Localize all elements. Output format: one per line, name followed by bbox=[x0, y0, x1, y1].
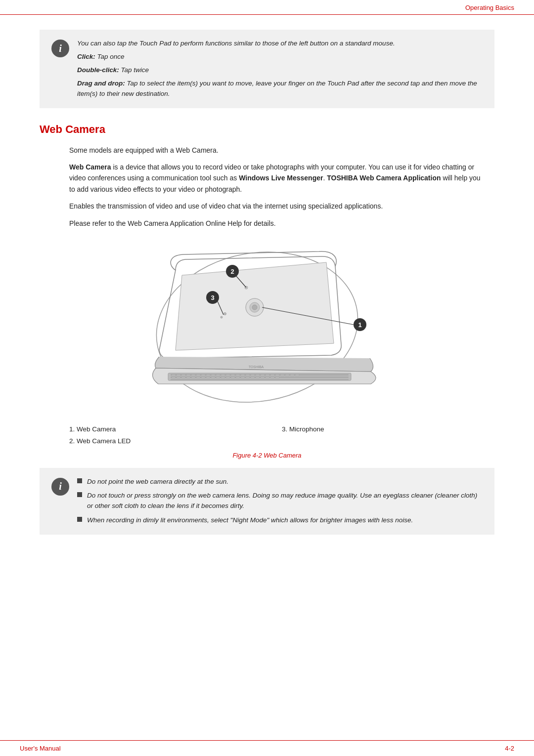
info-box-bottom-content: Do not point the web camera directly at … bbox=[77, 477, 483, 526]
svg-rect-25 bbox=[270, 375, 274, 376]
svg-rect-35 bbox=[191, 377, 195, 378]
label-3: 3. Microphone bbox=[282, 423, 494, 435]
bullet-square-2 bbox=[77, 492, 82, 497]
svg-rect-39 bbox=[211, 377, 215, 378]
svg-rect-12 bbox=[206, 375, 210, 376]
svg-rect-45 bbox=[241, 377, 245, 378]
svg-rect-8 bbox=[186, 375, 190, 376]
double-click-line: Double-click: Tap twice bbox=[77, 65, 483, 76]
svg-rect-20 bbox=[246, 375, 250, 376]
svg-rect-38 bbox=[206, 377, 210, 378]
bullet-list: Do not point the web camera directly at … bbox=[77, 477, 483, 526]
svg-rect-41 bbox=[221, 377, 225, 378]
para1: Some models are equipped with a Web Came… bbox=[69, 145, 485, 156]
info-box-bottom: i Do not point the web camera directly a… bbox=[40, 468, 494, 535]
svg-rect-15 bbox=[221, 375, 225, 376]
drag-text: Tap to select the item(s) you want to mo… bbox=[77, 80, 477, 97]
svg-rect-21 bbox=[251, 375, 255, 376]
svg-point-59 bbox=[221, 316, 222, 318]
click-label: Click: bbox=[77, 53, 95, 60]
double-click-text: Tap twice bbox=[121, 66, 149, 74]
svg-rect-11 bbox=[201, 375, 205, 376]
svg-rect-44 bbox=[236, 377, 240, 378]
click-text: Tap once bbox=[97, 53, 125, 60]
figure-labels: 1. Web Camera 2. Web Camera LED 3. Micro… bbox=[69, 423, 494, 448]
labels-left: 1. Web Camera 2. Web Camera LED bbox=[69, 423, 282, 448]
svg-text:1: 1 bbox=[358, 321, 361, 329]
svg-rect-33 bbox=[181, 377, 185, 378]
svg-rect-26 bbox=[275, 375, 279, 376]
svg-rect-14 bbox=[216, 375, 220, 376]
bullet-item-1: Do not point the web camera directly at … bbox=[77, 477, 483, 487]
svg-rect-24 bbox=[266, 375, 269, 376]
svg-rect-47 bbox=[251, 377, 255, 378]
svg-text:3: 3 bbox=[211, 294, 214, 301]
bullet-item-2: Do not touch or press strongly on the we… bbox=[77, 491, 483, 511]
svg-rect-37 bbox=[201, 377, 205, 378]
laptop-svg: TOSHIBA bbox=[129, 241, 405, 419]
svg-rect-23 bbox=[261, 375, 265, 376]
info-italic-text: You can also tap the Touch Pad to perfor… bbox=[77, 39, 483, 49]
svg-rect-51 bbox=[270, 377, 274, 378]
svg-rect-6 bbox=[177, 375, 180, 376]
svg-rect-50 bbox=[266, 377, 269, 378]
info-box-top-content: You can also tap the Touch Pad to perfor… bbox=[77, 39, 483, 99]
label-1: 1. Web Camera bbox=[69, 423, 282, 435]
page-container: Operating Basics i You can also tap the … bbox=[0, 0, 534, 756]
info-icon-top: i bbox=[51, 40, 69, 57]
footer: User's Manual 4-2 bbox=[0, 740, 534, 756]
svg-text:2: 2 bbox=[230, 268, 234, 275]
drag-label: Drag and drop: bbox=[77, 80, 125, 87]
diagram-container: TOSHIBA bbox=[40, 241, 494, 419]
svg-point-56 bbox=[252, 305, 257, 310]
bullet-item-3: When recording in dimly lit environments… bbox=[77, 515, 483, 526]
svg-point-58 bbox=[224, 312, 226, 315]
svg-rect-27 bbox=[280, 375, 284, 376]
svg-rect-43 bbox=[231, 377, 235, 378]
para2: Web Camera is a device that allows you t… bbox=[69, 162, 485, 195]
svg-rect-40 bbox=[216, 377, 220, 378]
svg-rect-9 bbox=[191, 375, 195, 376]
footer-right: 4-2 bbox=[505, 745, 514, 752]
para2-bold1: Web Camera bbox=[69, 163, 111, 171]
svg-rect-48 bbox=[256, 377, 260, 378]
label-2: 2. Web Camera LED bbox=[69, 435, 282, 447]
bullet-text-3: When recording in dimly lit environments… bbox=[87, 515, 413, 526]
svg-rect-36 bbox=[196, 377, 200, 378]
bullet-square-3 bbox=[77, 517, 82, 522]
info-icon-bottom: i bbox=[51, 478, 69, 496]
chapter-title: Operating Basics bbox=[465, 4, 514, 11]
svg-rect-49 bbox=[261, 377, 265, 378]
svg-rect-32 bbox=[177, 377, 180, 378]
figure-caption: Figure 4-2 Web Camera bbox=[40, 452, 494, 459]
info-box-top: i You can also tap the Touch Pad to perf… bbox=[40, 30, 494, 108]
footer-left: User's Manual bbox=[20, 745, 61, 752]
svg-rect-13 bbox=[211, 375, 215, 376]
svg-rect-16 bbox=[226, 375, 230, 376]
bullet-square-1 bbox=[77, 478, 82, 483]
svg-rect-30 bbox=[295, 375, 299, 376]
para2-bold3: TOSHIBA Web Camera Application bbox=[327, 174, 441, 182]
svg-rect-4 bbox=[171, 379, 349, 380]
svg-rect-5 bbox=[172, 375, 176, 376]
svg-rect-28 bbox=[285, 375, 289, 376]
svg-rect-34 bbox=[186, 377, 190, 378]
svg-rect-52 bbox=[275, 377, 279, 378]
para2-bold2: Windows Live Messenger bbox=[239, 174, 323, 182]
svg-rect-10 bbox=[196, 375, 200, 376]
para3: Enables the transmission of video and us… bbox=[69, 201, 485, 211]
svg-rect-18 bbox=[236, 375, 240, 376]
labels-right: 3. Microphone bbox=[282, 423, 494, 448]
svg-rect-29 bbox=[290, 375, 294, 376]
svg-rect-22 bbox=[256, 375, 260, 376]
svg-rect-19 bbox=[241, 375, 245, 376]
svg-rect-42 bbox=[226, 377, 230, 378]
para4: Please refer to the Web Camera Applicati… bbox=[69, 218, 485, 229]
svg-rect-46 bbox=[246, 377, 250, 378]
click-line: Click: Tap once bbox=[77, 52, 483, 62]
section-heading: Web Camera bbox=[40, 123, 494, 136]
laptop-diagram: TOSHIBA bbox=[129, 241, 405, 419]
svg-rect-31 bbox=[172, 377, 176, 378]
main-content: i You can also tap the Touch Pad to perf… bbox=[0, 15, 534, 554]
double-click-label: Double-click: bbox=[77, 66, 119, 74]
